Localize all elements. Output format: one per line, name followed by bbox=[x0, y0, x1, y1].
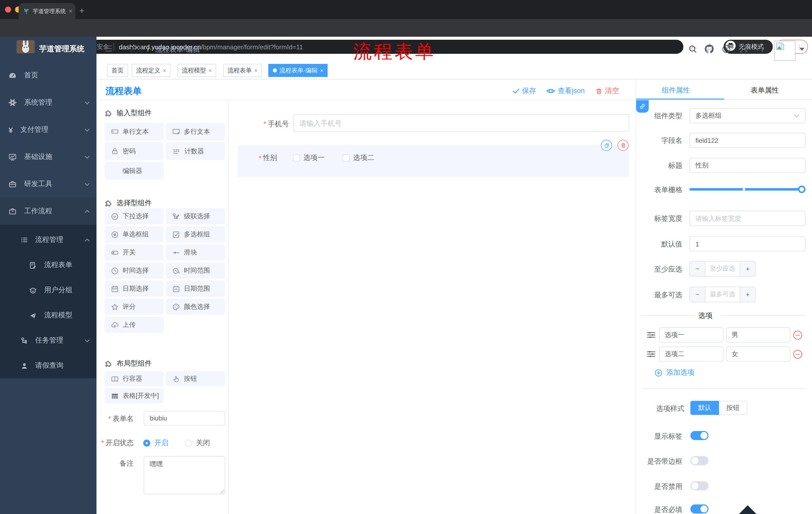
palette-item-button[interactable]: 按钮 bbox=[166, 371, 225, 386]
help-icon[interactable]: ? bbox=[722, 45, 731, 53]
checkbox-icon bbox=[172, 231, 180, 238]
palette-item-editor[interactable]: 编辑器 bbox=[105, 162, 164, 180]
remove-option-button[interactable] bbox=[793, 330, 803, 340]
tab-component-props[interactable]: 组件属性 bbox=[662, 86, 690, 95]
title-input[interactable] bbox=[689, 158, 806, 173]
option-value-input[interactable] bbox=[726, 347, 790, 361]
palette-item-row-container[interactable]: 行容器 bbox=[105, 371, 164, 386]
new-tab-button[interactable]: + bbox=[79, 6, 84, 16]
phone-field-input[interactable] bbox=[293, 114, 629, 132]
remove-option-button[interactable] bbox=[793, 350, 803, 359]
palette-item-upload[interactable]: 上传 bbox=[105, 317, 164, 333]
browser-tab[interactable]: 芋道管理系统 × bbox=[19, 3, 76, 19]
component-type-select[interactable]: 多选框组 bbox=[689, 108, 806, 123]
palette-item-textarea[interactable]: 多行文本 bbox=[166, 123, 225, 140]
default-value-input[interactable] bbox=[689, 236, 806, 251]
view-json-button[interactable]: 查看json bbox=[546, 86, 585, 96]
sidebar-item-user-group[interactable]: 用户分组 bbox=[0, 278, 96, 303]
palette-item-switch[interactable]: 开关 bbox=[105, 244, 164, 261]
sidebar-item-devtools[interactable]: 研发工具 bbox=[0, 170, 96, 198]
sidebar-item-payment[interactable]: ¥ 支付管理 bbox=[0, 116, 96, 143]
form-name-input[interactable] bbox=[144, 411, 225, 426]
style-button-button[interactable]: 按钮 bbox=[719, 401, 747, 415]
stepper-minus-button[interactable]: − bbox=[690, 287, 705, 302]
palette-item-time-range[interactable]: 时间范围 bbox=[166, 263, 225, 279]
avatar[interactable] bbox=[774, 41, 795, 61]
sidebar-item-task-mgmt[interactable]: 任务管理 bbox=[0, 328, 96, 353]
sidebar-item-process-mgmt[interactable]: 流程管理 bbox=[0, 227, 96, 252]
palette-item-select[interactable]: 下拉选择 bbox=[105, 208, 164, 224]
palette-item-password[interactable]: 密码 bbox=[105, 142, 164, 160]
palette-item-time-picker[interactable]: 时间选择 bbox=[105, 263, 164, 279]
border-switch[interactable] bbox=[690, 456, 708, 465]
option-label-input[interactable] bbox=[659, 327, 724, 343]
option-value-input[interactable] bbox=[726, 327, 790, 343]
user-menu-caret-icon[interactable] bbox=[800, 48, 805, 51]
status-radio-on[interactable]: 开启 bbox=[143, 438, 168, 448]
grid-slider-handle[interactable] bbox=[798, 186, 806, 193]
stepper-input[interactable]: 至少应选 bbox=[705, 262, 740, 276]
field-link-tag[interactable] bbox=[636, 100, 649, 113]
status-radio-off[interactable]: 关闭 bbox=[185, 438, 210, 448]
option-label-input[interactable] bbox=[659, 347, 724, 361]
fullscreen-icon[interactable] bbox=[740, 45, 748, 53]
tag-process-definition[interactable]: 流程定义 × bbox=[132, 64, 171, 77]
disabled-switch[interactable] bbox=[690, 481, 708, 490]
palette-item-table[interactable]: 表格[开发中] bbox=[105, 388, 164, 403]
sidebar-item-process-form[interactable]: 流程表单 bbox=[0, 252, 96, 278]
field-name-label: 字段名 bbox=[626, 136, 683, 145]
sidebar-item-leave-query[interactable]: 请假查询 bbox=[0, 353, 96, 378]
gender-option-2[interactable]: 选项二 bbox=[343, 154, 374, 162]
tag-close-icon[interactable]: × bbox=[208, 67, 212, 74]
field-name-input[interactable] bbox=[689, 133, 806, 148]
palette-item-cascader[interactable]: 级联选择 bbox=[166, 208, 225, 224]
tab-close-icon[interactable]: × bbox=[69, 8, 72, 14]
search-icon[interactable] bbox=[688, 45, 697, 53]
stepper-minus-button[interactable]: − bbox=[690, 262, 705, 276]
palette-item-date-picker[interactable]: 日期选择 bbox=[105, 281, 164, 297]
palette-item-radio-group[interactable]: 单选框组 bbox=[105, 226, 164, 242]
palette-item-rate[interactable]: 评分 bbox=[105, 299, 164, 315]
sidebar-item-process-model[interactable]: 流程模型 bbox=[0, 303, 96, 328]
stepper-input[interactable]: 最多可选 bbox=[705, 287, 740, 302]
sidebar-item-home[interactable]: 首页 bbox=[0, 62, 96, 89]
sidebar-item-system[interactable]: 系统管理 bbox=[0, 89, 96, 116]
window-close-button[interactable] bbox=[5, 6, 11, 12]
palette-item-date-range[interactable]: 日期范围 bbox=[166, 281, 225, 297]
grid-slider-track[interactable] bbox=[689, 188, 806, 191]
copy-field-button[interactable] bbox=[601, 140, 612, 151]
add-option-button[interactable]: 添加选项 bbox=[655, 368, 694, 377]
tag-process-form[interactable]: 流程表单 × bbox=[223, 64, 262, 77]
gender-option-1[interactable]: 选项一 bbox=[293, 154, 325, 162]
tab-form-props[interactable]: 表单属性 bbox=[751, 86, 779, 95]
tag-close-icon[interactable]: × bbox=[163, 67, 166, 74]
github-icon[interactable] bbox=[704, 44, 714, 54]
font-size-icon[interactable]: TT bbox=[756, 44, 766, 53]
palette-item-counter[interactable]: 123 计数器 bbox=[166, 142, 225, 160]
remark-textarea[interactable]: 嘿嘿 bbox=[144, 456, 225, 494]
label-width-input[interactable] bbox=[689, 211, 806, 226]
option-drag-handle[interactable] bbox=[647, 331, 656, 339]
option-drag-handle[interactable] bbox=[647, 350, 656, 358]
stepper-plus-button[interactable]: + bbox=[740, 287, 755, 302]
tag-process-form-edit[interactable]: 流程表单-编辑 × bbox=[268, 64, 328, 77]
tag-home[interactable]: 首页 bbox=[107, 64, 128, 77]
sidebar-collapse-icon[interactable] bbox=[104, 44, 113, 53]
save-button[interactable]: 保存 bbox=[513, 86, 536, 96]
required-switch[interactable] bbox=[690, 505, 708, 514]
show-label-switch[interactable] bbox=[690, 431, 708, 440]
stepper-plus-button[interactable]: + bbox=[740, 262, 755, 276]
style-default-button[interactable]: 默认 bbox=[690, 401, 719, 415]
sidebar-item-workflow[interactable]: 工作流程 bbox=[0, 198, 96, 225]
clear-button[interactable]: 清空 bbox=[596, 86, 619, 96]
palette-item-slider[interactable]: 滑块 bbox=[166, 244, 225, 261]
breadcrumb-home[interactable]: 首页 bbox=[129, 45, 143, 54]
sidebar-item-infra[interactable]: 基础设施 bbox=[0, 143, 96, 170]
textarea-resize-handle[interactable] bbox=[220, 489, 224, 493]
tag-close-icon[interactable]: × bbox=[320, 67, 323, 74]
palette-item-checkbox-group[interactable]: 多选框组 bbox=[166, 226, 225, 242]
tag-close-icon[interactable]: × bbox=[254, 67, 258, 74]
palette-item-single-text[interactable]: 单行文本 bbox=[105, 123, 164, 140]
palette-item-color-picker[interactable]: 颜色选择 bbox=[166, 299, 225, 315]
tag-process-model[interactable]: 流程模型 × bbox=[177, 64, 216, 77]
